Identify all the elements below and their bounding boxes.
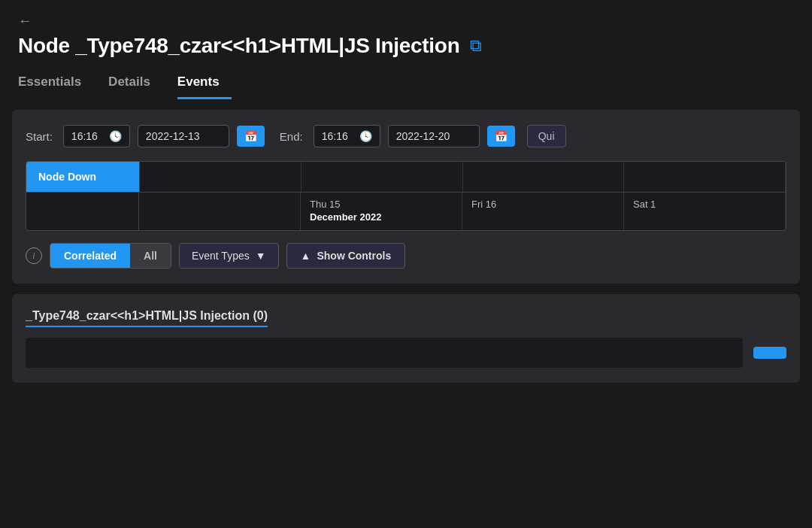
page-container: ← Node _Type748_czar<<h1>HTML|JS Injecti…	[0, 0, 812, 393]
datetime-row: Start: 🕓 📅 End: 🕓 📅 Qui	[26, 125, 786, 147]
title-node-bold: Node	[18, 34, 70, 57]
start-label: Start:	[26, 130, 53, 143]
timeline-thu15-label: Thu 15	[310, 199, 453, 210]
end-date-wrapper	[388, 125, 480, 147]
correlated-all-group: Correlated All	[50, 243, 171, 269]
title-rest: _Type748_czar<<h1>HTML|JS Injection	[70, 34, 460, 57]
end-time-input[interactable]	[322, 130, 355, 142]
timeline-body-col-1	[139, 193, 301, 230]
bottom-placeholder	[26, 338, 743, 368]
timeline-sat1-label: Sat 1	[633, 199, 776, 210]
timeline-body-col-2: Thu 15 December 2022	[301, 193, 462, 230]
page-title-row: Node _Type748_czar<<h1>HTML|JS Injection…	[18, 34, 794, 58]
show-controls-arrow-icon: ▲	[301, 250, 311, 262]
bottom-subtitle: _Type748_czar<<h1>HTML|JS Injection (0)	[26, 309, 268, 327]
timeline-body-label	[26, 193, 139, 230]
bottom-content-row	[26, 338, 786, 368]
end-clock-icon: 🕓	[359, 130, 372, 142]
timeline-node-down-label: Node Down	[26, 162, 139, 192]
correlated-button[interactable]: Correlated	[50, 244, 130, 268]
back-arrow-icon[interactable]: ←	[18, 14, 32, 29]
main-panel: Start: 🕓 📅 End: 🕓 📅 Qui N	[12, 110, 800, 284]
end-calendar-button[interactable]: 📅	[487, 126, 515, 147]
timeline-dec2022-label: December 2022	[310, 211, 453, 223]
timeline-col-4	[624, 162, 786, 192]
bottom-section: _Type748_czar<<h1>HTML|JS Injection (0)	[12, 294, 800, 383]
show-controls-label: Show Controls	[317, 250, 391, 262]
event-types-dropdown-icon: ▼	[256, 250, 266, 262]
timeline-header-row: Node Down	[26, 162, 786, 193]
info-icon[interactable]: i	[26, 247, 42, 264]
controls-row: i Correlated All Event Types ▼ ▲ Show Co…	[26, 243, 786, 269]
start-time-wrapper: 🕓	[63, 125, 130, 147]
start-calendar-button[interactable]: 📅	[237, 126, 265, 147]
header-section: ← Node _Type748_czar<<h1>HTML|JS Injecti…	[0, 0, 812, 99]
end-label: End:	[280, 130, 303, 143]
timeline-fri16-label: Fri 16	[471, 199, 614, 210]
timeline-area: Node Down Thu 15 December 2022	[26, 161, 786, 231]
event-types-button[interactable]: Event Types ▼	[179, 243, 279, 269]
event-types-label: Event Types	[192, 250, 250, 262]
timeline-body-cols: Thu 15 December 2022 Fri 16 Sat 1	[139, 193, 786, 230]
timeline-col-2	[301, 162, 463, 192]
timeline-header-cols	[139, 162, 786, 192]
start-time-input[interactable]	[71, 130, 105, 142]
start-clock-icon: 🕓	[109, 130, 122, 142]
copy-icon[interactable]: ⧉	[470, 36, 482, 56]
show-controls-button[interactable]: ▲ Show Controls	[286, 243, 406, 269]
all-button[interactable]: All	[130, 244, 171, 268]
tab-essentials[interactable]: Essentials	[18, 68, 93, 99]
end-date-input[interactable]	[396, 130, 471, 142]
quick-button[interactable]: Qui	[527, 125, 566, 147]
timeline-col-3	[463, 162, 625, 192]
tabs-row: Essentials Details Events	[18, 68, 794, 99]
timeline-body-col-3: Fri 16	[462, 193, 624, 230]
start-date-input[interactable]	[146, 130, 221, 142]
timeline-body-row: Thu 15 December 2022 Fri 16 Sat 1	[26, 193, 786, 230]
bottom-blue-button[interactable]	[753, 347, 786, 359]
tab-details[interactable]: Details	[108, 68, 162, 99]
start-date-wrapper	[138, 125, 229, 147]
timeline-body-col-4: Sat 1	[624, 193, 786, 230]
timeline-col-1	[140, 162, 301, 192]
end-time-wrapper: 🕓	[314, 125, 380, 147]
tab-events[interactable]: Events	[177, 68, 232, 99]
page-title: Node _Type748_czar<<h1>HTML|JS Injection	[18, 34, 459, 58]
